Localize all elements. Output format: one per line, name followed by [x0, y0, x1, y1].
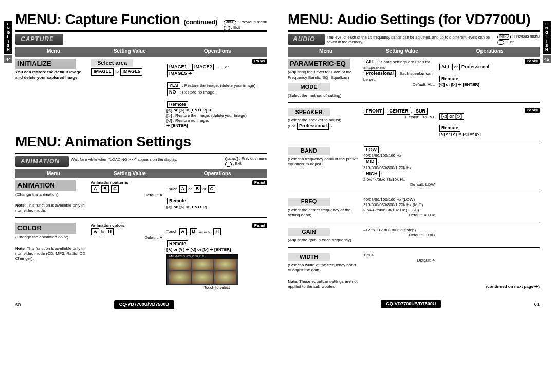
- select-area-label: Select area: [91, 59, 133, 67]
- animation-section-bar: ANIMATION: [15, 156, 69, 167]
- menu-band: BAND: [288, 147, 330, 155]
- side-page-num-right: 45: [543, 55, 551, 63]
- audio-title: MENU: Audio Settings (for VD7700U): [288, 10, 540, 28]
- remote-badge: Remote: [167, 101, 188, 108]
- menu-speaker: SPEAKER: [288, 108, 330, 117]
- side-page-num-left: 44: [4, 55, 12, 63]
- menu-gain: GAIN: [288, 228, 330, 236]
- col-headers-capture: Menu Setting Value Operations: [15, 47, 267, 57]
- loading-note: Wait for a while when "LOADING >>>" appe…: [69, 156, 225, 163]
- audio-section-bar: AUDIO: [288, 34, 325, 45]
- color-preview-screenshot: ANIMATION'S COLOR: [166, 254, 238, 285]
- page-left: ENGLISH 44 MENU: Capture Function (conti…: [15, 10, 267, 309]
- nav-hint-animation: MENU: Previous menu : Exit: [225, 156, 267, 167]
- menu-width: WIDTH: [288, 253, 330, 262]
- menu-mode: MODE: [288, 83, 330, 91]
- animation-title: MENU: Animation Settings: [15, 133, 267, 151]
- audio-intro: The level of each of the 15 frequency ba…: [325, 34, 497, 46]
- foot-page-left: 60: [15, 302, 21, 308]
- nav-hint-audio: MENU: Previous menu : Exit: [497, 34, 540, 45]
- col-headers-animation: Menu Setting Value Operations: [15, 169, 267, 179]
- menu-initialize: INITIALIZE: [15, 59, 76, 69]
- capture-section-bar: CAPTURE: [15, 34, 63, 45]
- foot-page-right: 61: [534, 301, 540, 307]
- menu-freq: FREQ: [288, 198, 330, 206]
- continued-next: (continued on next page ➜): [439, 284, 540, 289]
- page-right: ENGLISH 45 MENU: Audio Settings (for VD7…: [288, 10, 540, 309]
- col-headers-audio: Menu Setting Value Operations: [288, 47, 540, 57]
- side-tab-left: ENGLISH: [4, 21, 12, 54]
- nav-hint-capture: MENU: Previous menu : Exit: [224, 20, 267, 30]
- menu-color: COLOR: [15, 223, 76, 233]
- menu-parametric-eq: PARAMETRIC-EQ: [288, 59, 350, 69]
- panel-badge: Panel: [252, 59, 267, 64]
- menu-animation: ANIMATION: [15, 180, 76, 191]
- side-tab-right: ENGLISH: [543, 21, 551, 54]
- foot-model-right: CQ-VD7700U/VD7500U: [381, 300, 441, 308]
- foot-model-left: CQ-VD7700U/VD7500U: [114, 300, 174, 309]
- initialize-desc: You can restore the default image and de…: [15, 70, 87, 80]
